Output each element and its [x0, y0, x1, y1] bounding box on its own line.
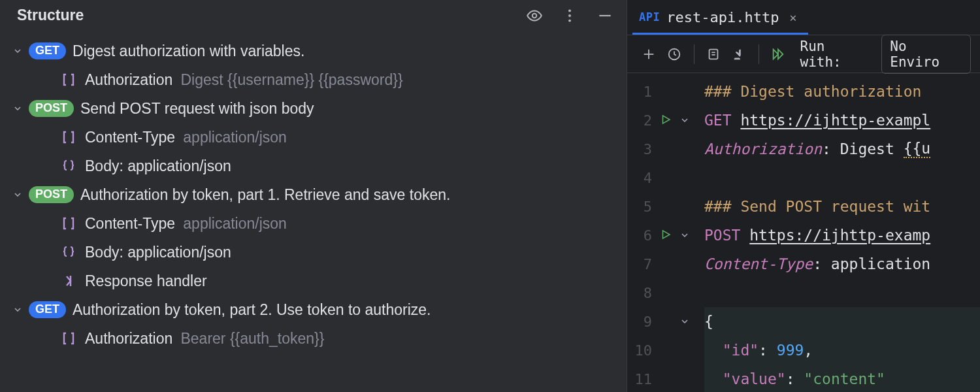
http-method-badge: POST [29, 186, 74, 203]
run-with-label: Run with: [800, 39, 873, 70]
chevron-down-icon[interactable] [7, 99, 29, 118]
structure-child[interactable]: Body: application/json [7, 152, 620, 181]
code-line[interactable]: "id": 999, [704, 336, 980, 365]
structure-tree: GETDigest authorization with variables.A… [0, 33, 627, 353]
structure-item-title: Authorization by token, part 2. Use toke… [73, 301, 431, 319]
structure-item-title: Authorization by token, part 1. Retrieve… [80, 186, 450, 204]
line-number: 2 [632, 112, 652, 129]
code-line[interactable]: { [704, 307, 980, 336]
line-number: 1 [632, 84, 652, 100]
structure-item[interactable]: POSTSend POST request with json body [7, 95, 620, 123]
structure-child-label: Authorization [85, 71, 172, 89]
editor-tabbar: API rest-api.http ✕ [627, 0, 980, 35]
svg-point-2 [568, 14, 571, 17]
editor-toolbar: Run with: No Enviro [627, 35, 980, 73]
http-method-badge: GET [29, 301, 66, 318]
braces-icon [59, 157, 78, 174]
http-method-badge: GET [29, 42, 66, 59]
code-line[interactable] [704, 163, 980, 192]
editor-gutter: 1234567891011 [627, 73, 699, 392]
code-line[interactable]: POST https://ijhttp-examp [704, 221, 980, 250]
history-icon[interactable] [662, 41, 687, 67]
code-line[interactable]: ### Send POST request wit [704, 192, 980, 221]
chevron-down-icon[interactable] [7, 185, 29, 204]
structure-child-sub: Bearer {{auth_token}} [180, 330, 324, 348]
code-line[interactable]: Content-Type: application [704, 250, 980, 278]
svg-marker-12 [774, 49, 778, 59]
http-method-badge: POST [29, 100, 74, 117]
braces-icon [59, 244, 78, 261]
svg-point-1 [568, 9, 571, 12]
fold-icon[interactable] [679, 227, 690, 244]
line-number: 3 [632, 141, 652, 157]
svg-point-3 [568, 19, 571, 22]
structure-child-sub: application/json [183, 215, 287, 233]
structure-child-label: Body: application/json [85, 157, 231, 175]
editor-code[interactable]: ### Digest authorization GET https://ijh… [699, 73, 980, 392]
close-icon[interactable]: ✕ [789, 10, 796, 24]
line-number: 11 [632, 371, 652, 387]
chevron-down-icon[interactable] [7, 41, 29, 61]
line-number: 8 [632, 285, 652, 301]
brackets-square-icon [59, 129, 78, 146]
add-icon[interactable] [636, 41, 662, 67]
structure-child[interactable]: Body: application/json [7, 238, 620, 267]
svg-marker-15 [663, 231, 670, 238]
line-number: 7 [632, 256, 652, 272]
structure-child[interactable]: Authorization Bearer {{auth_token}} [7, 325, 620, 353]
chevron-down-icon[interactable] [7, 300, 29, 319]
structure-child-label: Content-Type [85, 129, 175, 146]
line-number: 5 [632, 199, 652, 215]
brackets-square-icon [59, 215, 78, 232]
structure-item[interactable]: POSTAuthorization by token, part 1. Retr… [7, 181, 620, 210]
minimize-icon[interactable] [596, 7, 613, 24]
structure-child-sub: application/json [183, 129, 287, 146]
eye-icon[interactable] [526, 7, 543, 24]
svg-point-0 [532, 13, 537, 18]
editor-tab[interactable]: API rest-api.http ✕ [632, 0, 808, 35]
more-icon[interactable] [561, 7, 578, 24]
line-number: 4 [632, 170, 652, 186]
line-number: 10 [632, 342, 652, 359]
structure-child-label: Content-Type [85, 215, 175, 233]
structure-child[interactable]: Content-Type application/json [7, 210, 620, 238]
code-line[interactable] [704, 278, 980, 307]
import-icon[interactable] [727, 41, 752, 67]
structure-child-label: Body: application/json [85, 244, 231, 261]
structure-child[interactable]: Content-Type application/json [7, 123, 620, 152]
run-gutter-icon[interactable] [660, 227, 672, 244]
code-line[interactable]: GET https://ijhttp-exampl [704, 106, 980, 135]
structure-item-title: Digest authorization with variables. [73, 42, 304, 60]
run-gutter-icon[interactable] [660, 112, 672, 129]
environment-selector[interactable]: No Enviro [881, 35, 971, 74]
editor-panel: API rest-api.http ✕ [627, 0, 980, 392]
structure-child-label: Authorization [85, 330, 172, 348]
structure-child-label: Response handler [85, 272, 207, 290]
brackets-square-icon [59, 330, 78, 347]
run-all-icon[interactable] [766, 41, 791, 67]
svg-marker-14 [663, 116, 670, 123]
tab-filename: rest-api.http [666, 9, 779, 25]
code-line[interactable]: Authorization: Digest {{u [704, 135, 980, 163]
response-icon [59, 272, 78, 289]
api-file-icon: API [639, 10, 660, 24]
structure-child-sub: Digest {{username}} {{password}} [180, 71, 402, 89]
line-number: 9 [632, 314, 652, 330]
structure-title: Structure [17, 7, 526, 24]
code-line[interactable]: ### Digest authorization [704, 77, 980, 106]
structure-child[interactable]: Authorization Digest {{username}} {{pass… [7, 66, 620, 95]
structure-child[interactable]: Response handler [7, 267, 620, 296]
examples-icon[interactable] [701, 41, 727, 67]
structure-panel: Structure GETDigest authorization with v… [0, 0, 627, 392]
structure-item[interactable]: GETAuthorization by token, part 2. Use t… [7, 296, 620, 325]
fold-icon[interactable] [679, 314, 690, 330]
fold-icon[interactable] [679, 112, 690, 129]
code-line[interactable]: "value": "content" [704, 365, 980, 392]
brackets-square-icon [59, 71, 78, 88]
line-number: 6 [632, 227, 652, 244]
structure-item[interactable]: GETDigest authorization with variables. [7, 37, 620, 66]
structure-item-title: Send POST request with json body [80, 100, 314, 118]
